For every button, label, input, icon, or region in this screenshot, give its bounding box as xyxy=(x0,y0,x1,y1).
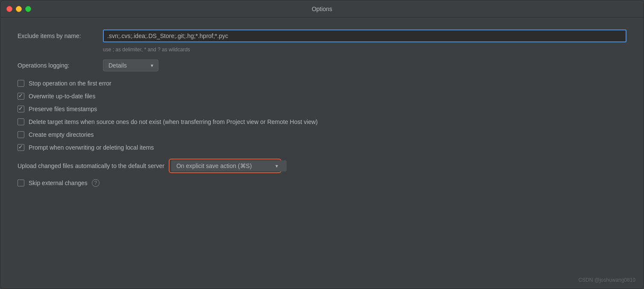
skip-external-label[interactable]: Skip external changes xyxy=(29,180,88,186)
checkbox-preserve-timestamps: Preserve files timestamps xyxy=(18,106,626,112)
checkbox-skip-external: Skip external changes ? xyxy=(18,179,626,187)
traffic-lights xyxy=(6,6,31,12)
exclude-items-row: Exclude items by name: xyxy=(18,29,626,42)
preserve-timestamps-checkbox[interactable] xyxy=(18,106,24,112)
overwrite-checkbox[interactable] xyxy=(18,93,24,100)
content-area: Exclude items by name: use ; as delimite… xyxy=(0,18,644,289)
maximize-button[interactable] xyxy=(25,6,31,12)
logging-row: Operations logging: Details Brief None ▼ xyxy=(18,59,626,71)
checkbox-delete-target: Delete target items when source ones do … xyxy=(18,118,626,125)
exclude-hint: use ; as delimiter, * and ? as wildcards xyxy=(103,47,626,53)
close-button[interactable] xyxy=(6,6,12,12)
options-window: Options Exclude items by name: use ; as … xyxy=(0,0,644,289)
create-empty-dirs-label[interactable]: Create empty directories xyxy=(29,131,94,138)
preserve-timestamps-label[interactable]: Preserve files timestamps xyxy=(29,106,97,112)
stop-on-error-checkbox[interactable] xyxy=(18,80,24,87)
logging-label: Operations logging: xyxy=(18,62,103,69)
prompt-overwriting-checkbox[interactable] xyxy=(18,144,24,151)
prompt-overwriting-label[interactable]: Prompt when overwriting or deleting loca… xyxy=(29,144,154,151)
checkbox-overwrite: Overwrite up-to-date files xyxy=(18,93,626,100)
exclude-label: Exclude items by name: xyxy=(18,32,103,39)
delete-target-checkbox[interactable] xyxy=(18,118,24,125)
exclude-input[interactable] xyxy=(103,29,626,42)
upload-highlight-box: On explicit save action (⌘S) Always Neve… xyxy=(169,159,281,173)
upload-select[interactable]: On explicit save action (⌘S) Always Neve… xyxy=(171,160,287,171)
logging-select[interactable]: Details Brief None xyxy=(103,59,158,71)
titlebar: Options xyxy=(0,0,644,18)
logging-select-wrapper: Details Brief None ▼ xyxy=(103,59,158,71)
checkbox-create-empty-dirs: Create empty directories xyxy=(18,131,626,138)
checkbox-prompt-overwriting: Prompt when overwriting or deleting loca… xyxy=(18,144,626,151)
create-empty-dirs-checkbox[interactable] xyxy=(18,131,24,138)
upload-label: Upload changed files automatically to th… xyxy=(18,162,164,169)
overwrite-label[interactable]: Overwrite up-to-date files xyxy=(29,93,95,100)
delete-target-label[interactable]: Delete target items when source ones do … xyxy=(29,118,318,125)
stop-on-error-label[interactable]: Stop operation on the first error xyxy=(29,80,111,87)
upload-row: Upload changed files automatically to th… xyxy=(18,159,626,173)
skip-external-help-icon[interactable]: ? xyxy=(92,179,100,187)
minimize-button[interactable] xyxy=(16,6,22,12)
checkbox-stop-on-error: Stop operation on the first error xyxy=(18,80,626,87)
window-title: Options xyxy=(312,6,332,12)
skip-external-checkbox[interactable] xyxy=(18,180,24,186)
footer-credit: CSDN @joshuwang0810 xyxy=(578,277,635,283)
